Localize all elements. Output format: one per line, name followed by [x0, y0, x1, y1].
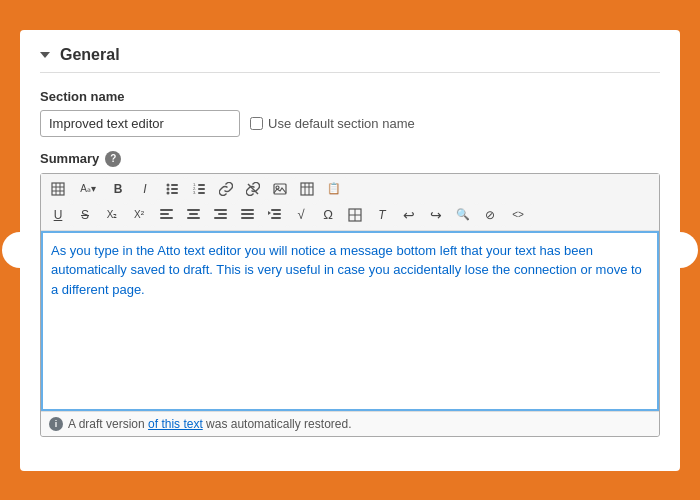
toolbar-btn-table3[interactable] [342, 203, 368, 227]
svg-rect-20 [301, 183, 313, 195]
svg-rect-25 [160, 213, 169, 215]
editor-container: Aₐ▾ B I [40, 173, 660, 437]
svg-point-19 [276, 186, 279, 189]
svg-rect-31 [218, 213, 227, 215]
toolbar-btn-align-left[interactable] [153, 203, 179, 227]
toolbar-btn-justify[interactable] [234, 203, 260, 227]
toolbar-btn-link[interactable] [213, 177, 239, 201]
toolbar-row-2: U S X₂ X² [45, 203, 655, 227]
svg-rect-15 [198, 188, 205, 190]
svg-rect-34 [241, 213, 254, 215]
svg-rect-35 [241, 217, 254, 219]
svg-rect-36 [271, 209, 281, 211]
toolbar-btn-table2[interactable] [294, 177, 320, 201]
toolbar-btn-special-char[interactable]: Ω [315, 203, 341, 227]
section-title: General [60, 46, 120, 64]
editor-toolbar: Aₐ▾ B I [41, 174, 659, 231]
toolbar-btn-indent[interactable] [261, 203, 287, 227]
toolbar-btn-subscript[interactable]: X₂ [99, 203, 125, 227]
svg-point-7 [166, 192, 169, 195]
toolbar-btn-find[interactable]: 🔍 [450, 203, 476, 227]
svg-line-17 [248, 184, 258, 194]
toolbar-btn-align-center[interactable] [180, 203, 206, 227]
svg-rect-27 [187, 209, 200, 211]
toolbar-btn-manage[interactable]: 📋 [321, 177, 347, 201]
toolbar-btn-ul[interactable] [159, 177, 185, 201]
toolbar-row-1: Aₐ▾ B I [45, 177, 655, 201]
toolbar-btn-unlink[interactable] [240, 177, 266, 201]
svg-marker-39 [268, 211, 271, 215]
svg-rect-32 [214, 217, 227, 219]
toolbar-btn-strikethrough[interactable]: S [72, 203, 98, 227]
toolbar-btn-equation[interactable]: √ [288, 203, 314, 227]
toolbar-btn-accessibility[interactable]: ⊘ [477, 203, 503, 227]
svg-rect-18 [274, 184, 286, 194]
toolbar-btn-bold[interactable]: B [105, 177, 131, 201]
svg-rect-14 [198, 184, 205, 186]
toolbar-btn-html[interactable]: <> [504, 203, 532, 227]
svg-rect-30 [214, 209, 227, 211]
toolbar-btn-redo[interactable]: ↪ [423, 203, 449, 227]
info-icon: i [49, 417, 63, 431]
svg-rect-0 [52, 183, 64, 195]
summary-field: Summary ? [40, 151, 660, 437]
toolbar-btn-align-right[interactable] [207, 203, 233, 227]
toolbar-btn-fontsize[interactable]: Aₐ▾ [72, 177, 104, 201]
use-default-checkbox-row: Use default section name [250, 116, 415, 131]
editor-footer: i A draft version of this text was autom… [41, 411, 659, 436]
section-name-input[interactable] [40, 110, 240, 137]
draft-link[interactable]: of this text [148, 417, 203, 431]
svg-rect-38 [271, 217, 281, 219]
toolbar-btn-undo[interactable]: ↩ [396, 203, 422, 227]
section-name-field: Section name Use default section name [40, 89, 660, 137]
svg-rect-8 [171, 184, 178, 186]
svg-point-5 [166, 184, 169, 187]
toolbar-btn-underline[interactable]: U [45, 203, 71, 227]
toolbar-btn-clear-format[interactable]: T [369, 203, 395, 227]
section-name-row: Use default section name [40, 110, 660, 137]
toolbar-btn-ol[interactable]: 1. 2. 3. [186, 177, 212, 201]
section-header: General [40, 46, 660, 73]
svg-rect-16 [198, 192, 205, 194]
svg-rect-9 [171, 188, 178, 190]
summary-label-row: Summary ? [40, 151, 660, 167]
summary-label: Summary [40, 151, 99, 166]
summary-help-icon[interactable]: ? [105, 151, 121, 167]
editor-content-area[interactable]: As you type in the Atto text editor you … [41, 231, 659, 411]
toolbar-btn-image[interactable] [267, 177, 293, 201]
use-default-checkbox[interactable] [250, 117, 263, 130]
toolbar-btn-superscript[interactable]: X² [126, 203, 152, 227]
general-section-panel: General Section name Use default section… [20, 30, 680, 471]
svg-rect-26 [160, 217, 173, 219]
svg-rect-29 [187, 217, 200, 219]
svg-rect-37 [273, 213, 281, 215]
collapse-icon[interactable] [40, 52, 50, 58]
use-default-label: Use default section name [268, 116, 415, 131]
svg-rect-10 [171, 192, 178, 194]
svg-rect-33 [241, 209, 254, 211]
toolbar-btn-table[interactable] [45, 177, 71, 201]
editor-text: As you type in the Atto text editor you … [51, 243, 642, 297]
svg-rect-28 [189, 213, 198, 215]
svg-point-6 [166, 188, 169, 191]
svg-text:3.: 3. [193, 190, 196, 195]
section-name-label: Section name [40, 89, 660, 104]
toolbar-btn-italic[interactable]: I [132, 177, 158, 201]
svg-rect-24 [160, 209, 173, 211]
draft-message: A draft version of this text was automat… [68, 417, 351, 431]
